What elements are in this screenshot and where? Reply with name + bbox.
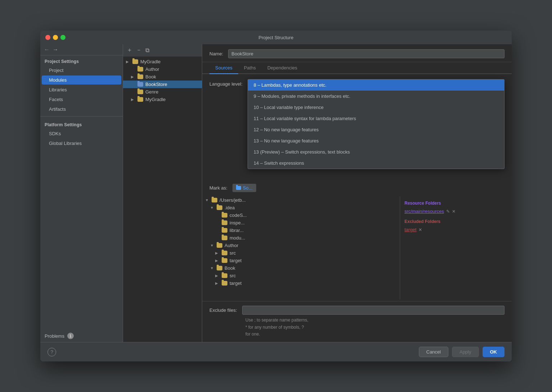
project-structure-window: Project Structure ← → Project Settings P… — [40, 31, 512, 361]
folder-icon-bookstore — [137, 82, 143, 87]
copy-module-button[interactable]: ⧉ — [145, 47, 149, 54]
exclude-files-input[interactable] — [242, 306, 505, 315]
folder-icon-src1 — [222, 251, 227, 255]
ok-button[interactable]: OK — [483, 347, 505, 357]
file-tree-item-codes[interactable]: codeS... — [202, 211, 400, 219]
folder-icon-src2 — [222, 273, 227, 278]
dropdown-item-9[interactable]: 9 – Modules, private methods in interfac… — [248, 91, 504, 102]
exclude-label-row: Exclude files: — [209, 306, 505, 315]
sections-separator — [404, 215, 507, 219]
tabs-row: Sources Paths Dependencies — [202, 62, 512, 74]
module-tree: ▶ MyGradle Author ▶ Book BookS — [123, 56, 202, 342]
sidebar-item-sdks[interactable]: SDKs — [42, 129, 121, 138]
tree-item-mygradle-root[interactable]: ▶ MyGradle — [123, 58, 202, 65]
tree-item-mygradle-sub[interactable]: ▶ MyGradle — [123, 96, 202, 103]
tree-arrow-book: ▼ — [210, 266, 215, 270]
exclude-files-label: Exclude files: — [209, 307, 237, 313]
file-tree-item-book[interactable]: ▼ Book — [202, 264, 400, 272]
language-level-row: Language level: 8 – Lambdas, type annota… — [202, 74, 512, 94]
dropdown-item-8[interactable]: 8 – Lambdas, type annotations etc. — [248, 79, 504, 91]
dropdown-item-12[interactable]: 12 – No new language features — [248, 124, 504, 135]
sidebar-item-libraries[interactable]: Libraries — [42, 85, 121, 94]
close-button[interactable] — [45, 35, 50, 40]
problems-badge: 1 — [67, 333, 74, 339]
file-tree-item-src2[interactable]: ▶ src — [202, 272, 400, 279]
platform-settings-header: Platform Settings — [40, 119, 123, 129]
dropdown-item-10[interactable]: 10 – Local variable type inference — [248, 102, 504, 113]
sources-folder-icon — [236, 186, 241, 190]
expand-arrow-mygradle-sub: ▶ — [131, 97, 136, 101]
minimize-button[interactable] — [53, 35, 58, 40]
apply-button[interactable]: Apply — [452, 347, 479, 357]
add-module-button[interactable]: ＋ — [127, 46, 132, 54]
folder-icon-codes — [222, 213, 227, 218]
file-tree-item-root[interactable]: ▼ /Users/jetb... — [202, 196, 400, 204]
module-name-input[interactable] — [228, 49, 505, 58]
folder-icon-target2 — [222, 281, 227, 286]
folder-icon-inspe — [222, 220, 227, 225]
name-label: Name: — [209, 51, 223, 56]
folders-info-panel: Resource Folders src/main/resources ✎ ✕ … — [400, 196, 512, 300]
file-tree-item-librar[interactable]: librar... — [202, 227, 400, 234]
language-level-label: Language level: — [209, 81, 243, 87]
remove-resource-icon[interactable]: ✕ — [452, 209, 456, 214]
file-tree-left: ▼ /Users/jetb... ▼ .idea — [202, 196, 400, 300]
maximize-button[interactable] — [60, 35, 65, 40]
tree-toolbar: ＋ － ⧉ — [123, 44, 202, 56]
tree-arrow-target2: ▶ — [215, 281, 220, 285]
right-detail-panel: Name: Sources Paths Dependencies La — [202, 44, 512, 342]
folder-icon-book — [137, 74, 143, 79]
sources-button[interactable]: So... — [232, 184, 256, 192]
folder-icon-librar — [222, 228, 227, 233]
file-tree-item-target2[interactable]: ▶ target — [202, 279, 400, 287]
file-tree-item-idea[interactable]: ▼ .idea — [202, 204, 400, 211]
resource-folders-title: Resource Folders — [404, 201, 507, 206]
dropdown-item-11[interactable]: 11 – Local variable syntax for lambda pa… — [248, 113, 504, 124]
edit-resource-icon[interactable]: ✎ — [446, 209, 450, 214]
module-tree-panel: ＋ － ⧉ ▶ MyGradle Author ▶ Book — [123, 44, 202, 342]
sidebar-item-modules[interactable]: Modules — [42, 76, 121, 85]
forward-arrow[interactable]: → — [53, 46, 58, 53]
folder-icon-target1 — [222, 258, 227, 263]
traffic-lights — [45, 35, 65, 40]
sidebar-divider — [40, 116, 123, 117]
window-title: Project Structure — [259, 35, 294, 40]
file-tree-item-author[interactable]: ▼ Author — [202, 242, 400, 249]
sidebar-item-global-libraries[interactable]: Global Libraries — [42, 139, 121, 148]
tree-item-author[interactable]: Author — [123, 65, 202, 73]
folder-icon — [132, 59, 138, 64]
file-tree-item-target1[interactable]: ▶ target — [202, 257, 400, 264]
tree-item-book[interactable]: ▶ Book — [123, 73, 202, 81]
dropdown-item-13p[interactable]: 13 (Preview) – Switch expressions, text … — [248, 146, 504, 158]
tree-item-genre[interactable]: Genre — [123, 88, 202, 96]
resource-folder-item: src/main/resources ✎ ✕ — [404, 208, 507, 215]
sidebar-item-project[interactable]: Project — [42, 66, 121, 75]
help-button[interactable]: ? — [47, 348, 56, 356]
problems-section[interactable]: Problems 1 — [40, 330, 123, 342]
tree-item-bookstore[interactable]: BookStore — [123, 81, 202, 88]
file-tree-item-modu[interactable]: modu... — [202, 234, 400, 242]
tab-sources[interactable]: Sources — [209, 62, 238, 74]
tree-arrow-root: ▼ — [205, 198, 210, 202]
folder-icon-file-book — [217, 266, 222, 270]
sidebar-item-artifacts[interactable]: Artifacts — [42, 105, 121, 114]
remove-excluded-icon[interactable]: ✕ — [418, 227, 422, 232]
dropdown-item-14[interactable]: 14 – Switch expressions — [248, 158, 504, 169]
remove-module-button[interactable]: － — [136, 46, 142, 54]
title-bar: Project Structure — [40, 31, 512, 44]
tab-paths[interactable]: Paths — [238, 62, 262, 74]
tab-dependencies[interactable]: Dependencies — [262, 62, 303, 74]
dropdown-item-13[interactable]: 13 – No new language features — [248, 135, 504, 146]
expand-arrow: ▶ — [126, 60, 131, 64]
sidebar-item-facets[interactable]: Facets — [42, 95, 121, 104]
folder-icon-mygradle-sub — [137, 97, 143, 102]
folder-icon-genre — [137, 90, 143, 94]
tree-arrow-author: ▼ — [210, 243, 215, 247]
expand-arrow-book: ▶ — [131, 75, 136, 79]
excluded-folders-title: Excluded Folders — [404, 219, 507, 224]
cancel-button[interactable]: Cancel — [419, 347, 448, 357]
file-tree-item-inspe[interactable]: inspe... — [202, 219, 400, 227]
dropdown-list: 8 – Lambdas, type annotations etc. 9 – M… — [248, 79, 505, 169]
back-arrow[interactable]: ← — [44, 46, 50, 53]
file-tree-item-src1[interactable]: ▶ src — [202, 249, 400, 257]
